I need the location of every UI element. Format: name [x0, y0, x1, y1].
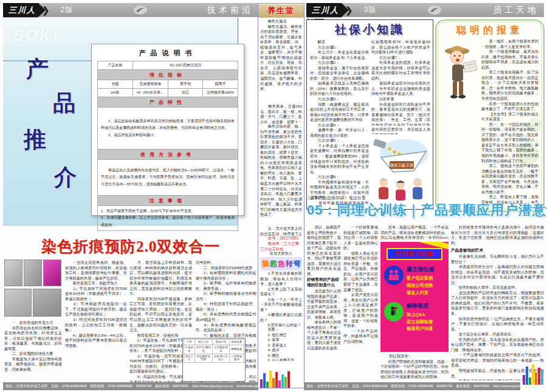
section-title-right: 员工天地: [493, 5, 539, 16]
qq-note: 注：为方便大家之间的交流互动，特开通了公司QQ群: [260, 226, 302, 236]
vertical-title-char: 介: [54, 162, 77, 193]
spec-label: 其它: [168, 89, 203, 97]
join-invite: 欢迎大家加入: [260, 251, 302, 256]
empathy-article-title: 05：同理心训练｜产品要顺应用户潜意识（中）: [307, 201, 544, 219]
pension-sign-text: 退休工龄工资: [390, 163, 415, 168]
defense-promo-box: 打消用户防御 建立信任感 客户见证案例 阐述公司优势 请名人代言 解除疑惑 加上…: [380, 242, 449, 352]
empathy-col-a-p2: 这也是为什么明明我的课是产品课，但是开篇的前五讲，完全不讲产品本身，而是讲情绪、…: [307, 289, 341, 374]
cost-cell: 分开两步添加: [212, 345, 229, 354]
masthead-right: 三川人 ❯ 3版 员工天地: [306, 3, 544, 17]
empathy-col-a: 所以，如果我不是在公开的角色中，或特定的场景下，我回家自己看个影片，选个产品，还…: [307, 225, 341, 382]
flag-figure-icon: [384, 302, 404, 322]
brain-teaser-questions: 1.不管长得多像的双胞胎，都会有人分得出来，这人是谁？ 2.世界上除了火车啥车最…: [260, 271, 302, 327]
banner-char: 脑: [261, 258, 269, 269]
empathy-col-d-p2: 但是像扎克伯格、马化腾和张小龙，他们为什么不爱社交？ 本质是因为在社交中，如果碰…: [451, 254, 544, 380]
fabric-swatch-magenta: [43, 260, 61, 286]
cost-header: 工序: [184, 340, 195, 345]
dye-article-col1: 一些高支高密奥迪尔、桃皮绒、轻薄的人棉等柔性针织面料，在染色加工时，受缠绕紧密与…: [65, 260, 127, 383]
spec-table: 产品名称 SC-102 固色皂洗剂 理化指标 外观 无色透明液体 离子性 阴离子…: [97, 61, 238, 231]
section-title-left: 技术前沿: [207, 5, 253, 16]
spec-value: 无色透明液体: [132, 80, 168, 89]
cost-header: 添加方式: [212, 340, 229, 345]
health-column-header: 养生堂: [258, 4, 304, 18]
spec-section-header: 注意事项: [98, 196, 238, 206]
recipe-ingredients: 鲫鱼两条，豆腐200克，姜四片，葱一根，料酒一大勺，口蘑三个，盐少许，油适量，胡…: [260, 104, 302, 124]
company-seal-icon: [428, 5, 441, 15]
cost-cell: 同浴工艺: [184, 354, 195, 363]
dye-article-col0: 一、折痕形成的常见方式 布匹在缸内长时间堆叠运转，受湿热与挤压作用，纤维发生定形…: [4, 320, 62, 383]
cost-comparison-table: 工序 对比工艺 添加方式 成本核算 常温染色 浴中宝+柔软剂 分开两步添加 费用…: [182, 338, 246, 382]
cost-header: 成本核算: [229, 340, 244, 345]
spec-usage-text: 将该品加入洗涤槽内与水搅匀后，投入织物轻洗5—10分钟即可，过清水。一般不用过皂…: [98, 160, 238, 196]
banner-char: 弯: [293, 258, 301, 269]
vertical-title-char: 推: [24, 125, 46, 155]
footer-right: 地址：东莞市长安镇工业区 总机：0769-83883668 销售热线：0769-…: [304, 382, 520, 390]
spec-value: SC-102 固色皂洗剂: [132, 61, 238, 70]
qq-number: 群号：181170551: [260, 236, 302, 241]
health-column-title: 养生堂: [267, 5, 295, 16]
vertical-title-char: 产: [26, 54, 49, 84]
empathy-col-a-p1: 所以，如果我不是在公开的角色中，或特定的场景下，我回家自己看个影片，选个产品，还…: [307, 225, 341, 276]
spec-section-header: 理化指标: [98, 70, 238, 80]
spec-label: 外观: [98, 80, 133, 89]
spec-label: 离子性: [168, 80, 203, 89]
social-security-col-left: 解读 方法/步骤1： 在公式中，养老金实质是分两部分：基础养老金 和 个人养老金…: [310, 40, 369, 207]
recipe-steps: 鲫鱼去除内脏、鳃，刮干净鱼鳞，要注意把鱼肚里黑色的膜洗干净。姜切片，豆腐切小方块…: [260, 124, 302, 226]
masthead-left: 三川人 ❯ 2版 技术前沿: [3, 3, 258, 17]
promo-ribbon-title: 打消用户防御: [387, 248, 442, 260]
cost-cell: 同浴柔软剂TDR: [194, 354, 212, 363]
banner-char: 急: [277, 258, 285, 269]
cost-cell: 费用较高: [229, 345, 244, 354]
pension-funnel-illustration: 退休工龄工资: [370, 136, 431, 206]
social-security-col-right: 比如预期寿命78，申请退休是65岁，那么就会将个人账户的资金平均分配至13年中进…: [371, 40, 430, 126]
soki-watermark: SOKI: [13, 26, 59, 45]
vertical-title-char: 品: [53, 88, 75, 119]
spec-feature-text: 1、该品是由有机酸及多种表面活性剂精炼而成，主要适用于洗除织物表面的各种油污以及…: [98, 108, 238, 150]
promo-doubt-items: 加上Q&A 设立保障制度 畅通用户沟通: [407, 311, 433, 333]
banner-char: 转: [285, 258, 294, 269]
cost-cell: 常温染色: [184, 345, 195, 354]
cost-cell: 前处理一次加入: [212, 354, 229, 363]
health-column: 养生堂 鲫鱼豆腐汤 鲫鱼豆腐汤。鲫鱼所含的蛋白质质优、齐全，易于消化吸收，豆腐亦…: [258, 3, 304, 388]
promo-trust-title: 建立信任感: [407, 266, 434, 273]
page-number-left: 2版: [61, 5, 74, 15]
page-number-right: 3版: [364, 5, 377, 15]
newsboy-cartoon: [441, 40, 479, 106]
brain-teaser-banner: 脑 筋 急 转 弯: [260, 257, 302, 270]
brand-logo: 三川人: [3, 3, 46, 18]
newsboy-story-title: 聪明的报童: [441, 24, 538, 37]
empathy-col-b: 一个好销售要做的就是打破防御，因为任何一个人对销售人员一定是有防御心的。 销售人…: [343, 225, 378, 382]
promo-doubt-title: 解除疑惑: [407, 302, 433, 310]
spec-section-header: 使用方法参考: [98, 150, 238, 160]
spec-section-header: 产品特性: [98, 97, 238, 108]
spec-label: pH值: [98, 89, 133, 97]
fabric-swatch: [24, 260, 42, 286]
spec-value: 活性物含量≥50%: [203, 89, 238, 97]
social-security-col-end: 是社保的完整部分，灵活就业人员仅能缴纳前两项。: [371, 127, 430, 134]
series-note: 《梁宁产品思维30讲》笔记分享: [306, 195, 366, 201]
newsboy-story-box: 聪明的报童: [435, 19, 545, 212]
spec-notes-text: 1、本品不能置于阳光下直晒，在25℃下贮存半年不变质。 2、具体问题具体分析，以…: [98, 206, 238, 231]
cost-cell: 浴中宝+柔软剂: [194, 345, 212, 354]
cost-cell: 一剂双效更省: [229, 354, 244, 363]
empathy-col-d-subhead: 产品是被动的艺术: [451, 248, 544, 253]
fabric-swatch: [4, 289, 32, 317]
empathy-col-d: 好的销售非常懂得在与人直接沟通中，如何适当施给对方压力，抓住对方意识与潜意识的薄…: [451, 225, 544, 382]
skyline-graphic-corner: [523, 363, 543, 385]
empathy-col-a-subhead: 好销售和好产品经理的区别是什么: [307, 277, 341, 288]
banner-char: 筋: [269, 258, 277, 269]
spec-sheet-title: 产品说明书: [97, 49, 238, 58]
spec-value: 阴离子: [203, 80, 238, 89]
social-security-title: 社保小知識: [310, 22, 430, 38]
company-seal-icon: [134, 5, 147, 15]
wechat-id: 微信号：三川之鹰 三川化工科技: [260, 241, 302, 251]
cost-header: 对比工艺: [194, 340, 212, 345]
product-spec-sheet: 产品说明书 产品名称 SC-102 固色皂洗剂 理化指标 外观 无色透明液体 离…: [91, 44, 244, 216]
brain-teaser-answers: 答案： 1. 他们自己 2. 塞车 3. 圣诞老人 4. 拔河 5. 嘴巴 6.…: [260, 327, 302, 361]
empathy-box-intro: 思考，就是让用户难受。一个不会说话的产品，根本没有道歉或弥补的机会。所以马化腾给…: [380, 225, 449, 241]
skyline-graphic: [260, 370, 302, 388]
promo-trust-items: 客户见证案例 阐述公司优势 请名人代言: [407, 275, 434, 297]
spec-value: ≈6（5%水溶液）: [132, 89, 168, 97]
empathy-col-d-p1: 好的销售非常懂得在与人直接沟通中，如何适当施给对方压力，抓住对方意识与潜意识的薄…: [451, 225, 544, 247]
fabric-swatch: [4, 260, 22, 286]
